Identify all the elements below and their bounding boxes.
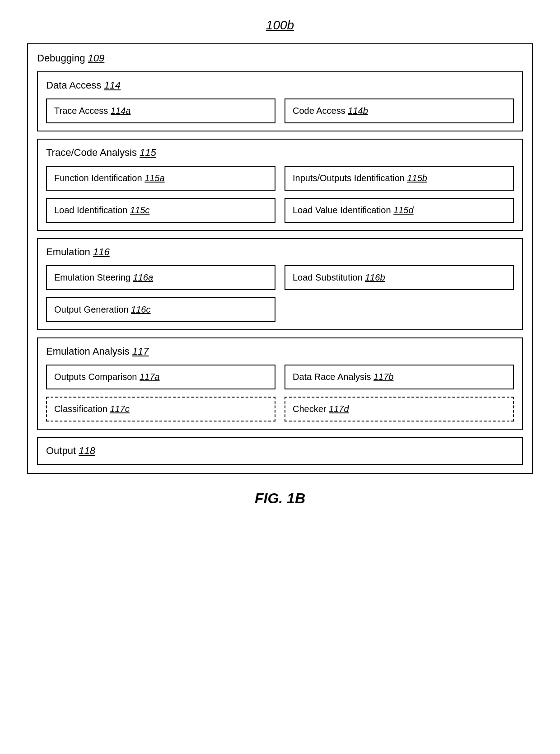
inputs-outputs-identification-cell: Inputs/Outputs Identification 115b bbox=[285, 166, 514, 191]
emulation-row2-spacer bbox=[285, 297, 514, 322]
trace-code-analysis-row1: Function Identification 115a Inputs/Outp… bbox=[46, 166, 514, 191]
data-access-box: Data Access 114 Trace Access 114a Code A… bbox=[37, 71, 523, 131]
trace-code-analysis-box: Trace/Code Analysis 115 Function Identif… bbox=[37, 139, 523, 231]
trace-access-cell: Trace Access 114a bbox=[46, 98, 275, 123]
trace-code-analysis-title: Trace/Code Analysis 115 bbox=[46, 147, 514, 159]
output-box: Output 118 bbox=[37, 437, 523, 465]
checker-cell: Checker 117d bbox=[285, 397, 514, 421]
emulation-id: 116 bbox=[93, 246, 110, 258]
load-substitution-cell: Load Substitution 116b bbox=[285, 265, 514, 290]
emulation-row2: Output Generation 116c bbox=[46, 297, 514, 322]
debugging-title: Debugging 109 bbox=[37, 52, 523, 64]
outputs-comparison-cell: Outputs Comparison 117a bbox=[46, 365, 275, 389]
load-identification-cell: Load Identification 115c bbox=[46, 198, 275, 223]
emulation-analysis-id: 117 bbox=[132, 346, 149, 357]
emulation-analysis-box: Emulation Analysis 117 Outputs Compariso… bbox=[37, 337, 523, 430]
function-identification-cell: Function Identification 115a bbox=[46, 166, 275, 191]
emulation-analysis-row2: Classification 117c Checker 117d bbox=[46, 397, 514, 421]
trace-code-analysis-id: 115 bbox=[140, 147, 156, 158]
load-value-identification-cell: Load Value Identification 115d bbox=[285, 198, 514, 223]
trace-code-analysis-row2: Load Identification 115c Load Value Iden… bbox=[46, 198, 514, 223]
output-generation-cell: Output Generation 116c bbox=[46, 297, 275, 322]
page-title: 100b bbox=[266, 18, 294, 33]
debugging-box: Debugging 109 Data Access 114 Trace Acce… bbox=[27, 43, 533, 474]
code-access-cell: Code Access 114b bbox=[285, 98, 514, 123]
emulation-analysis-title: Emulation Analysis 117 bbox=[46, 346, 514, 357]
debugging-id: 109 bbox=[88, 52, 105, 64]
emulation-row1: Emulation Steering 116a Load Substitutio… bbox=[46, 265, 514, 290]
data-access-title: Data Access 114 bbox=[46, 80, 514, 91]
fig-label: FIG. 1B bbox=[255, 490, 305, 507]
output-id: 118 bbox=[79, 445, 95, 456]
output-title: Output 118 bbox=[46, 445, 514, 457]
emulation-title: Emulation 116 bbox=[46, 246, 514, 258]
emulation-steering-cell: Emulation Steering 116a bbox=[46, 265, 275, 290]
emulation-box: Emulation 116 Emulation Steering 116a Lo… bbox=[37, 238, 523, 330]
classification-cell: Classification 117c bbox=[46, 397, 275, 421]
data-access-row: Trace Access 114a Code Access 114b bbox=[46, 98, 514, 123]
data-race-analysis-cell: Data Race Analysis 117b bbox=[285, 365, 514, 389]
emulation-analysis-row1: Outputs Comparison 117a Data Race Analys… bbox=[46, 365, 514, 389]
data-access-id: 114 bbox=[104, 80, 121, 91]
